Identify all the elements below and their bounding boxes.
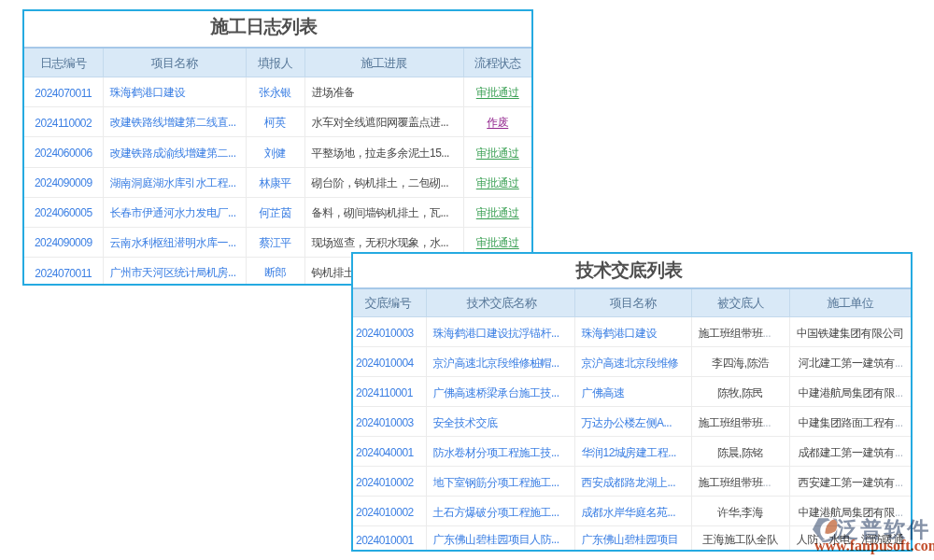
svg-text:www.fanpusoft.com: www.fanpusoft.com	[814, 538, 934, 554]
